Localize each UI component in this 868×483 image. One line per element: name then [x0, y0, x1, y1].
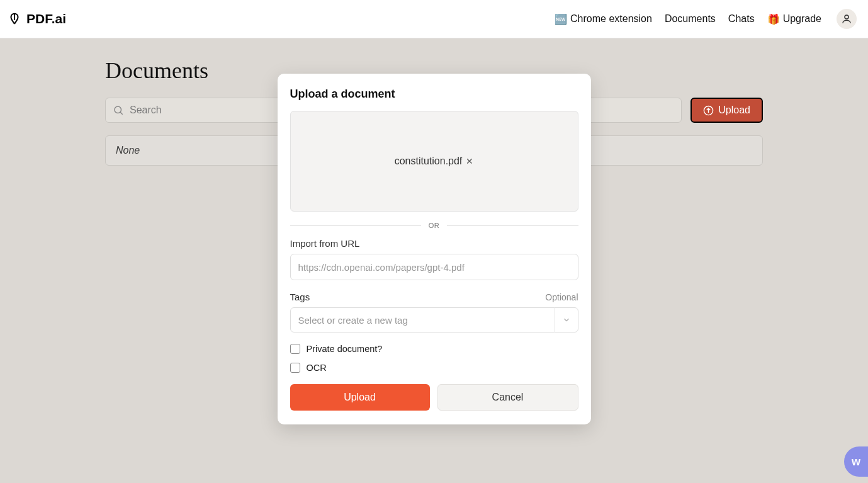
ocr-label: OCR: [307, 363, 327, 373]
modal-cancel-label: Cancel: [492, 392, 524, 402]
or-label: OR: [429, 222, 440, 229]
file-dropzone[interactable]: constitution.pdf ✕: [290, 111, 578, 212]
ocr-checkbox[interactable]: [290, 363, 300, 373]
modal-title: Upload a document: [290, 88, 578, 101]
remove-file-icon[interactable]: ✕: [466, 157, 473, 166]
private-checkbox-row[interactable]: Private document?: [290, 344, 578, 354]
tags-select[interactable]: Select or create a new tag: [290, 307, 578, 332]
widget-label: w: [852, 455, 860, 469]
url-label: Import from URL: [290, 238, 578, 249]
file-chip: constitution.pdf ✕: [395, 156, 474, 167]
or-divider: OR: [290, 222, 578, 229]
url-input[interactable]: [290, 254, 578, 280]
tags-placeholder: Select or create a new tag: [290, 307, 578, 332]
file-name: constitution.pdf: [395, 156, 463, 167]
modal-upload-label: Upload: [344, 392, 376, 402]
upload-modal: Upload a document constitution.pdf ✕ OR …: [278, 74, 591, 424]
tags-label: Tags: [290, 292, 310, 302]
optional-label: Optional: [545, 292, 578, 302]
divider-line: [447, 225, 578, 226]
chevron-down-icon: [555, 307, 578, 332]
private-label: Private document?: [307, 344, 383, 354]
ocr-checkbox-row[interactable]: OCR: [290, 363, 578, 373]
private-checkbox[interactable]: [290, 344, 300, 354]
modal-upload-button[interactable]: Upload: [290, 384, 430, 411]
modal-cancel-button[interactable]: Cancel: [437, 384, 578, 411]
modal-actions: Upload Cancel: [290, 384, 578, 411]
divider-line: [290, 225, 421, 226]
